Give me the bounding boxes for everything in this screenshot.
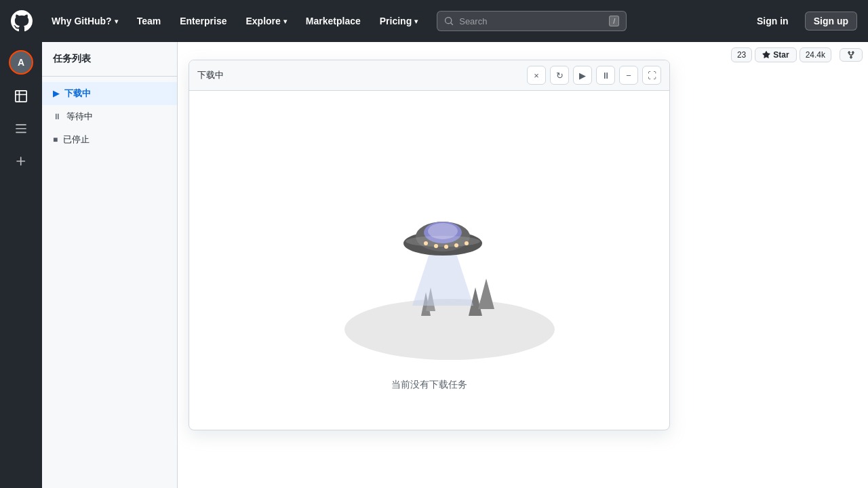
task-panel-header: 任务列表 — [42, 42, 177, 77]
menu-icon — [15, 123, 27, 135]
popup-title: 下载中 — [197, 69, 521, 81]
star-count-badge[interactable]: 24.4k — [800, 47, 831, 62]
search-icon — [444, 16, 454, 26]
svg-point-10 — [406, 236, 480, 247]
popup-titlebar: 下载中 × ↻ ▶ ⏸ − — [189, 60, 669, 91]
svg-marker-4 — [478, 279, 494, 309]
star-icon — [762, 51, 770, 59]
popup-window: 下载中 × ↻ ▶ ⏸ − — [189, 60, 670, 430]
pause-icon: ⏸ — [601, 70, 610, 81]
fork-icon — [847, 51, 855, 59]
team-nav-link[interactable]: Team — [129, 10, 170, 32]
nav-links: Why GitHub? ▾ Team Enterprise Explore ▾ … — [43, 10, 426, 32]
ufo-illustration — [300, 129, 558, 363]
github-nav: Why GitHub? ▾ Team Enterprise Explore ▾ … — [0, 0, 868, 42]
svg-point-0 — [344, 299, 555, 360]
why-github-nav-link[interactable]: Why GitHub? ▾ — [43, 10, 126, 32]
star-label: Star — [773, 50, 789, 60]
refresh-icon: ↻ — [556, 70, 564, 81]
nav-right: Sign in Sign up — [749, 12, 857, 30]
search-slash-badge: / — [609, 16, 619, 26]
dashboard-icon — [15, 90, 27, 102]
sign-in-button[interactable]: Sign in — [749, 12, 797, 30]
github-logo-icon[interactable] — [11, 10, 33, 32]
task-item-downloading[interactable]: ▶ 下载中 — [42, 82, 177, 105]
svg-point-15 — [465, 241, 469, 245]
empty-state-text: 当前没有下载任务 — [391, 379, 467, 391]
pause-icon: ⏸ — [53, 112, 61, 121]
popup-minimize-button[interactable]: − — [619, 66, 638, 85]
task-list: ▶ 下载中 ⏸ 等待中 ■ 已停止 — [42, 77, 177, 488]
enterprise-nav-link[interactable]: Enterprise — [172, 10, 235, 32]
sidebar-dashboard-button[interactable] — [10, 85, 32, 107]
task-item-waiting[interactable]: ⏸ 等待中 — [42, 105, 177, 128]
star-button[interactable]: Star — [755, 47, 796, 62]
main-content: 23 Star 24.4k 下载中 × — [178, 42, 868, 488]
popup-close-button[interactable]: × — [527, 66, 546, 85]
task-item-downloading-label: 下载中 — [64, 87, 91, 100]
search-box[interactable]: Search / — [437, 11, 627, 31]
sidebar-dark: A — [0, 42, 42, 488]
popup-play-button[interactable]: ▶ — [573, 66, 592, 85]
svg-point-14 — [454, 243, 458, 247]
task-item-stopped-label: 已停止 — [63, 134, 90, 146]
svg-point-11 — [424, 241, 428, 245]
search-placeholder-text: Search — [459, 16, 487, 26]
sidebar-menu-button[interactable] — [10, 118, 32, 140]
marketplace-nav-link[interactable]: Marketplace — [298, 10, 369, 32]
svg-point-12 — [434, 244, 438, 248]
expand-icon: ⛶ — [648, 70, 656, 81]
popup-pause-button[interactable]: ⏸ — [596, 66, 615, 85]
explore-chevron-icon: ▾ — [283, 18, 287, 25]
task-item-waiting-label: 等待中 — [66, 110, 93, 123]
notifications-count-badge[interactable]: 23 — [731, 47, 752, 62]
pricing-chevron-icon: ▾ — [414, 18, 418, 25]
sidebar-add-button[interactable] — [10, 150, 32, 172]
stop-icon: ■ — [53, 135, 58, 144]
add-icon — [15, 155, 27, 167]
star-fork-bar: 23 Star 24.4k — [731, 47, 863, 62]
task-item-stopped[interactable]: ■ 已停止 — [42, 128, 177, 151]
avatar[interactable]: A — [9, 50, 33, 75]
popup-controls: × ↻ ▶ ⏸ − ⛶ — [527, 66, 661, 85]
task-panel: 任务列表 ▶ 下载中 ⏸ 等待中 ■ 已停止 — [42, 42, 178, 488]
play-icon: ▶ — [579, 70, 586, 81]
fork-button[interactable] — [840, 48, 863, 62]
popup-expand-button[interactable]: ⛶ — [642, 66, 661, 85]
popup-refresh-button[interactable]: ↻ — [550, 66, 569, 85]
popup-body: 当前没有下载任务 — [189, 91, 669, 430]
svg-point-13 — [444, 245, 448, 249]
minimize-icon: − — [626, 70, 631, 81]
pricing-nav-link[interactable]: Pricing ▾ — [372, 10, 426, 32]
why-github-chevron-icon: ▾ — [115, 18, 118, 25]
sign-up-button[interactable]: Sign up — [805, 12, 857, 30]
explore-nav-link[interactable]: Explore ▾ — [237, 10, 294, 32]
play-icon: ▶ — [53, 89, 59, 98]
main-layout: A 任务列表 ▶ 下载中 ⏸ — [0, 42, 868, 488]
